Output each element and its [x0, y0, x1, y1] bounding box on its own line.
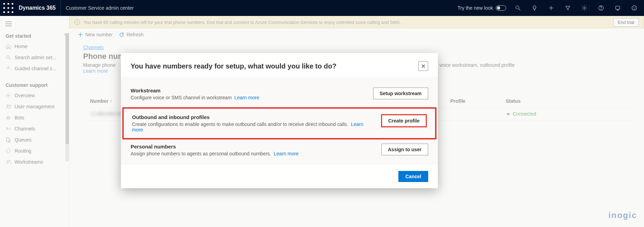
svg-point-0 [3, 3, 5, 4]
option-title: Workstream [131, 88, 366, 93]
option-workstream: Workstream Configure voice or SMS channe… [121, 83, 438, 107]
assign-to-user-button[interactable]: Assign to user [381, 144, 428, 155]
svg-point-9 [516, 6, 519, 9]
create-profile-button[interactable]: Create profile [381, 114, 427, 127]
svg-point-3 [3, 7, 5, 9]
svg-point-19 [635, 7, 635, 8]
svg-point-4 [7, 7, 9, 9]
learn-more-link[interactable]: Learn more [235, 95, 259, 100]
try-new-look-toggle[interactable] [496, 5, 506, 11]
add-icon[interactable] [544, 1, 558, 15]
option-description: Assign phone numbers to agents as person… [131, 151, 374, 156]
svg-point-17 [632, 6, 637, 10]
support-icon[interactable] [611, 1, 625, 15]
option-title: Outbound and inbound profiles [132, 114, 374, 120]
search-icon[interactable] [511, 1, 525, 15]
setup-workstream-button[interactable]: Setup workstream [373, 88, 428, 99]
svg-point-8 [11, 11, 13, 13]
svg-point-6 [3, 11, 5, 13]
top-bar: Dynamics 365 Customer Service admin cent… [0, 0, 644, 16]
try-new-look-label: Try the new look [458, 5, 493, 11]
app-launcher-icon[interactable] [3, 2, 14, 13]
cancel-button[interactable]: Cancel [398, 171, 428, 182]
help-icon[interactable] [594, 1, 608, 15]
close-button[interactable] [418, 61, 428, 71]
option-description: Create configurations to enable agents t… [132, 121, 374, 133]
option-description: Configure voice or SMS channel in workst… [131, 95, 366, 100]
brand-label[interactable]: Dynamics 365 [14, 0, 61, 16]
option-title: Personal numbers [131, 144, 374, 149]
watermark: inogic [608, 210, 637, 220]
svg-rect-16 [616, 6, 620, 9]
svg-point-18 [633, 7, 634, 8]
gear-icon[interactable] [577, 1, 591, 15]
option-personal-numbers: Personal numbers Assign phone numbers to… [121, 139, 438, 163]
learn-more-link[interactable]: Learn more [274, 151, 299, 156]
option-outbound-inbound-profiles: Outbound and inbound profiles Create con… [122, 107, 436, 139]
close-icon [421, 64, 426, 69]
modal-title: You have numbers ready for setup, what w… [131, 62, 418, 70]
svg-point-13 [584, 7, 585, 9]
svg-point-7 [7, 11, 9, 13]
svg-point-5 [11, 7, 13, 9]
svg-point-2 [11, 3, 13, 4]
svg-line-10 [519, 9, 520, 10]
setup-modal: You have numbers ready for setup, what w… [121, 53, 438, 188]
lightbulb-icon[interactable] [528, 1, 541, 15]
app-name-label: Customer Service admin center [61, 5, 139, 11]
filter-icon[interactable] [561, 1, 575, 15]
svg-point-15 [601, 9, 601, 10]
svg-point-1 [7, 3, 9, 4]
emoji-icon[interactable] [627, 1, 641, 15]
